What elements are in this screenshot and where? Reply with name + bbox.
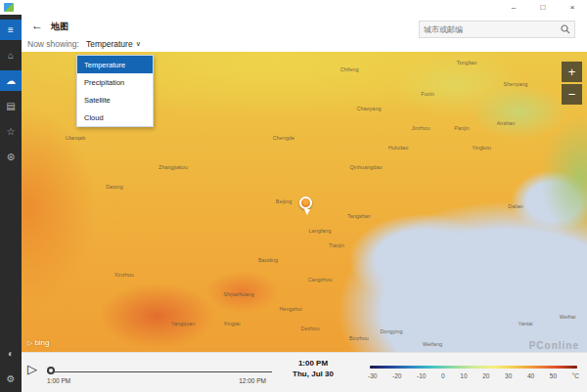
zoom-out-button[interactable]: − — [562, 84, 582, 105]
map-city-label: Zhangjiakou — [158, 164, 188, 170]
back-button[interactable]: ← — [31, 19, 43, 32]
map-city-label: Cangzhou — [307, 277, 332, 283]
maps-app-window: – □ × ≡⌂☁▤☆⊛◐⚙ ← 地图 Now showing: Tempera… — [0, 0, 587, 392]
map-city-label: Tianjin — [329, 242, 344, 248]
scale-tick-label: 40 — [527, 372, 534, 379]
scale-tick-label: 50 — [550, 372, 557, 379]
search-icon[interactable] — [561, 24, 570, 34]
dropdown-item-temperature[interactable]: Temperature — [77, 56, 153, 73]
header: ← 地图 Now showing: Temperature ∨ — [22, 15, 587, 52]
feedback-icon: ◐ — [8, 349, 14, 359]
dropdown-item-precipitation[interactable]: Precipitation — [77, 73, 153, 91]
map-city-label: Chengde — [273, 135, 294, 141]
scale-tick-label: 30 — [505, 372, 512, 379]
chevron-down-icon: ∨ — [136, 40, 141, 48]
dropdown-item-cloud[interactable]: Cloud — [77, 109, 153, 126]
bing-attribution: ▷ bing — [27, 338, 50, 347]
dropdown-item-satellite[interactable]: Satellite — [77, 91, 153, 109]
directions-icon: ▤ — [6, 102, 15, 111]
map-city-label: Chaoyang — [356, 106, 381, 111]
map-city-label: Fuxin — [421, 91, 433, 97]
bing-attribution-label: bing — [34, 338, 49, 347]
play-button[interactable]: ▷ — [27, 363, 37, 375]
map-city-label: Weihai — [560, 314, 576, 320]
current-date: Thu, Jul 30 — [278, 370, 348, 378]
map-city-label: Shenyang — [504, 81, 528, 87]
map-city-label: Dongying — [380, 328, 402, 334]
map-city-label: Xingtai — [224, 321, 241, 327]
zoom-in-button[interactable]: + — [562, 62, 582, 82]
map-city-label: Qinhuangdao — [349, 164, 382, 170]
titlebar: – □ × — [0, 0, 587, 15]
map-city-label: Huludao — [388, 145, 409, 151]
maximize-button[interactable]: □ — [528, 0, 558, 15]
slider-start-time: 1:00 PM — [47, 377, 70, 384]
map-city-label: Langfang — [309, 228, 332, 234]
slider-end-time: 12:00 PM — [239, 377, 266, 384]
sidebar-bottom-group: ◐⚙ — [0, 338, 22, 392]
sidebar-item-directions[interactable]: ▤ — [0, 96, 22, 116]
scale-tick-label: 0 — [441, 372, 445, 379]
scale-tick-label: -30 — [368, 372, 377, 379]
scale-tick-label: -20 — [392, 372, 401, 379]
app-logo-icon — [4, 3, 14, 12]
minimize-button[interactable]: – — [499, 0, 528, 15]
temperature-scale: -30-20-1001020304050°C — [368, 353, 579, 392]
map-city-label: Tongliao — [457, 60, 477, 65]
bing-logo-icon: ▷ — [27, 339, 32, 347]
layer-selector-row: Now showing: Temperature ∨ — [27, 39, 141, 49]
weather-icon: ☁ — [6, 76, 16, 86]
layer-dropdown-list: TemperaturePrecipitationSatelliteCloud — [76, 55, 154, 127]
location-pin[interactable] — [299, 196, 312, 209]
star-icon: ☆ — [7, 127, 16, 137]
now-showing-label: Now showing: — [27, 39, 79, 49]
temperature-scale-ticks: -30-20-1001020304050°C — [368, 372, 579, 379]
current-time: 1:00 PM — [278, 359, 348, 368]
map-city-label: Beijing — [276, 198, 293, 204]
watermark: PConline — [529, 340, 579, 351]
slider-track[interactable] — [47, 371, 272, 372]
hamburger-icon: ≡ — [8, 25, 14, 35]
map-city-label: Binzhou — [349, 335, 369, 341]
selected-layer-label: Temperature — [86, 39, 133, 49]
map-city-label: Baoding — [258, 257, 278, 263]
sidebar-item-home[interactable]: ⌂ — [0, 45, 22, 65]
map-city-label: Dalian — [508, 203, 523, 209]
map-city-label: Panjin — [454, 125, 469, 131]
map-city-label: Yangquan — [171, 321, 196, 327]
page-title: 地图 — [51, 21, 68, 33]
map-city-label: Shijiazhuang — [223, 291, 254, 297]
sidebar-item-menu[interactable]: ≡ — [0, 20, 22, 40]
slider-handle[interactable] — [47, 367, 55, 374]
home-icon: ⌂ — [8, 51, 14, 61]
sidebar-item-feedback[interactable]: ◐ — [0, 343, 22, 364]
map-city-label: Tangshan — [347, 213, 371, 219]
map-city-label: Weifang — [423, 341, 442, 347]
sidebar-item-explore[interactable]: ⊛ — [0, 147, 22, 167]
map-city-label: Anshan — [497, 120, 516, 126]
gear-icon: ⚙ — [7, 374, 16, 384]
sidebar-item-favorites[interactable]: ☆ — [0, 121, 22, 142]
scale-tick-label: 20 — [482, 372, 489, 379]
map-city-label: Yingkou — [472, 145, 491, 151]
map-city-label: Chifeng — [340, 66, 359, 72]
map-city-label: Datong — [106, 184, 123, 190]
map-city-label: Dezhou — [301, 326, 320, 331]
sidebar: ≡⌂☁▤☆⊛◐⚙ — [0, 15, 22, 392]
map-city-label: Yantai — [518, 321, 532, 327]
time-slider[interactable]: 1:00 PM 12:00 PM — [47, 353, 272, 392]
close-button[interactable]: × — [558, 0, 587, 15]
sidebar-item-settings[interactable]: ⚙ — [0, 369, 22, 389]
map-city-label: Hengshui — [279, 306, 301, 312]
map-zoom-controls: + − — [562, 62, 582, 105]
window-controls: – □ × — [499, 0, 587, 15]
temperature-scale-gradient — [370, 366, 577, 369]
scale-tick-label: 10 — [460, 372, 467, 379]
layer-dropdown-button[interactable]: Temperature ∨ — [86, 39, 141, 49]
sidebar-item-weather[interactable]: ☁ — [0, 70, 22, 91]
search-input[interactable] — [424, 25, 561, 34]
search-box[interactable] — [419, 21, 575, 38]
map-city-label: Jinzhou — [412, 125, 430, 131]
map-city-label: Ulanqab — [66, 135, 86, 141]
scale-tick-label: °C — [572, 372, 579, 379]
